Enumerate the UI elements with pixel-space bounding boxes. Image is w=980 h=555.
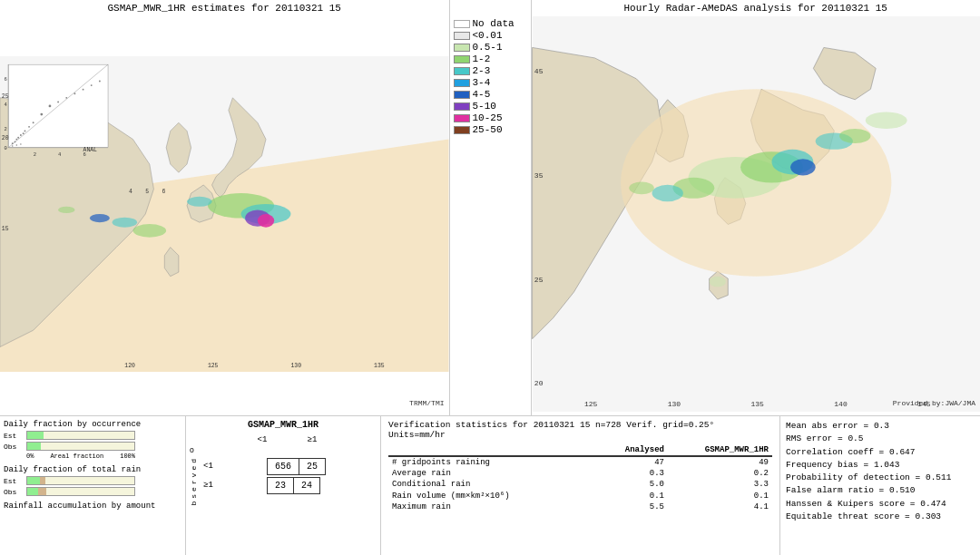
svg-text:25: 25: [2, 93, 9, 100]
stat-analysed-3: 0.1: [600, 490, 668, 501]
legend-color-2-3: [454, 67, 470, 75]
legend-item-05-1: 0.5-1: [454, 42, 527, 53]
obs-bar-rain: [26, 487, 135, 496]
legend-item-25-50: 25-50: [454, 124, 527, 135]
legend-label-10-25: 10-25: [473, 112, 503, 123]
col-header-lt1: <1: [235, 435, 289, 444]
legend-color-10-25: [454, 114, 470, 122]
svg-point-9: [90, 214, 110, 222]
svg-point-32: [12, 145, 13, 146]
legend-item-4-5: 4-5: [454, 89, 527, 100]
svg-point-61: [652, 185, 682, 201]
row-label-ge1: ≥1: [203, 481, 230, 490]
right-map-content: 45 35 25 20 125 130 135 140 145 Provided…: [532, 16, 981, 412]
svg-point-29: [83, 89, 84, 91]
cell-11: 656: [268, 458, 299, 474]
contingency-wrapper: O bserved <1 656 25 ≥1: [190, 446, 377, 506]
cell-12: 25: [299, 458, 326, 474]
svg-text:140: 140: [834, 400, 848, 408]
stat-label-3: Rain volume (mm×km²×10⁶): [388, 490, 600, 501]
maps-row: GSMAP_MWR_1HR estimates for 20110321 15: [0, 0, 980, 416]
legend-color-1-2: [454, 55, 470, 63]
obs-vertical-wrapper: O bserved: [190, 446, 201, 506]
svg-point-21: [24, 131, 26, 132]
legend-container: No data <0.01 0.5-1 1-2 2-3: [450, 0, 531, 140]
left-map-content: ANAL 0 2 4 6 2 4 6 20 25 15 120 125 1: [0, 16, 449, 412]
legend-color-25-50: [454, 126, 470, 134]
est-bar-rain: [26, 476, 135, 485]
cell-22: 24: [294, 477, 320, 493]
stat-label-4: Maximum rain: [388, 501, 600, 512]
svg-text:5: 5: [145, 189, 149, 195]
svg-point-11: [187, 197, 211, 207]
col-header-gsmap: GSMAP_MWR_1HR: [668, 444, 772, 456]
svg-text:135: 135: [374, 363, 385, 369]
svg-text:120: 120: [124, 363, 135, 369]
stat-label-0: # gridpoints raining: [388, 457, 600, 469]
charts-panel: Daily fraction by occurrence Est Obs 0%: [0, 416, 186, 555]
legend-color-nodata: [454, 20, 470, 28]
contingency-table-bottom: 23 24: [267, 477, 320, 494]
svg-point-7: [133, 224, 167, 238]
left-map-panel: GSMAP_MWR_1HR estimates for 20110321 15: [0, 0, 450, 415]
svg-text:6: 6: [83, 151, 86, 158]
svg-text:2: 2: [5, 126, 7, 132]
svg-text:4: 4: [129, 189, 132, 195]
col-header-ge1: ≥1: [289, 435, 335, 444]
obs-label-rain: Obs: [4, 488, 26, 496]
row-lt1: <1 656 25: [203, 458, 326, 475]
legend-label-lt001: <0.01: [473, 30, 503, 41]
obs-vertical-text: bserved: [190, 456, 198, 506]
legend-color-05-1: [454, 44, 470, 52]
metric-0: Mean abs error = 0.3: [786, 420, 975, 433]
est-bar-rain-fill: [27, 477, 134, 484]
svg-text:6: 6: [5, 76, 7, 83]
stats-table: Analysed GSMAP_MWR_1HR # gridpoints rain…: [388, 444, 772, 512]
svg-point-22: [28, 126, 30, 128]
svg-text:135: 135: [750, 400, 764, 408]
svg-text:130: 130: [667, 400, 681, 408]
svg-text:35: 35: [534, 171, 543, 180]
stat-label-2: Conditional rain: [388, 479, 600, 490]
est-rain-row: Est: [4, 476, 181, 485]
col-header-label: [388, 444, 600, 456]
svg-point-31: [99, 81, 101, 83]
metric-7: Equitable threat score = 0.303: [786, 511, 975, 523]
legend-color-lt001: [454, 32, 470, 40]
stat-analysed-2: 5.0: [600, 479, 668, 490]
svg-point-59: [790, 159, 816, 175]
obs-bar-occ: [26, 442, 135, 451]
stats-row-3: Rain volume (mm×km²×10⁶) 0.1 0.1: [388, 490, 772, 501]
stats-row-2: Conditional rain 5.0 3.3: [388, 479, 772, 490]
svg-text:0: 0: [5, 145, 7, 151]
occurrence-title: Daily fraction by occurrence: [4, 420, 181, 429]
svg-point-66: [709, 277, 725, 287]
stat-analysed-1: 0.3: [600, 468, 668, 479]
est-occurrence-row: Est: [4, 431, 181, 440]
svg-point-30: [91, 84, 93, 86]
row-label-lt1: <1: [203, 462, 230, 471]
est-bar-fill-occ: [27, 432, 44, 439]
col-header-analysed: Analysed: [600, 444, 668, 456]
row-ge1: ≥1 23 24: [203, 477, 326, 494]
legend-item-lt001: <0.01: [454, 30, 527, 41]
table-row-1: 656 25: [268, 458, 326, 474]
stat-gsmap-2: 3.3: [668, 479, 772, 490]
svg-text:2: 2: [34, 151, 36, 158]
svg-point-34: [20, 143, 21, 144]
legend-label-2-3: 2-3: [473, 65, 491, 76]
svg-text:125: 125: [583, 400, 597, 408]
stats-header-row: Analysed GSMAP_MWR_1HR: [388, 444, 772, 456]
table-row-2: 23 24: [268, 477, 320, 493]
obs-bar-fill-occ: [27, 443, 41, 450]
left-map-footer: TRMM/TMI: [409, 399, 444, 407]
stat-gsmap-1: 0.2: [668, 468, 772, 479]
legend-item-nodata: No data: [454, 18, 527, 29]
legend-panel: No data <0.01 0.5-1 1-2 2-3: [450, 0, 532, 415]
svg-point-19: [20, 134, 22, 136]
svg-text:45: 45: [534, 67, 543, 75]
right-map-footer: Provided by:JWA/JMA: [893, 399, 975, 407]
contingency-table-top: 656 25: [267, 458, 326, 475]
legend-label-4-5: 4-5: [473, 89, 491, 100]
legend-label-05-1: 0.5-1: [473, 42, 503, 53]
